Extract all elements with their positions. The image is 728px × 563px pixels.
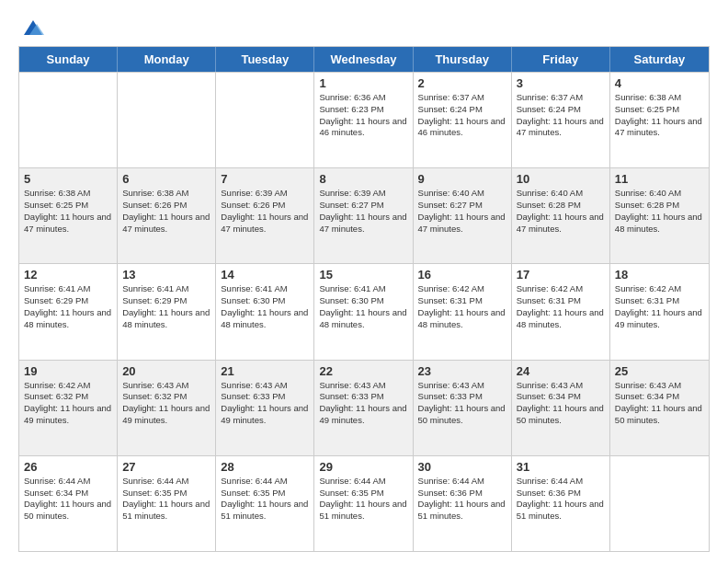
day-info: Sunrise: 6:41 AM Sunset: 6:30 PM Dayligh… bbox=[221, 283, 309, 330]
weekday-header: Saturday bbox=[610, 47, 709, 72]
calendar-cell: 9Sunrise: 6:40 AM Sunset: 6:27 PM Daylig… bbox=[414, 168, 512, 263]
day-number: 11 bbox=[615, 172, 704, 186]
calendar-cell bbox=[19, 73, 118, 167]
weekday-header: Friday bbox=[512, 47, 610, 72]
day-number: 23 bbox=[418, 364, 506, 378]
calendar-cell: 16Sunrise: 6:42 AM Sunset: 6:31 PM Dayli… bbox=[414, 264, 512, 359]
calendar-body: 1Sunrise: 6:36 AM Sunset: 6:23 PM Daylig… bbox=[19, 72, 709, 551]
calendar-cell: 23Sunrise: 6:43 AM Sunset: 6:33 PM Dayli… bbox=[414, 361, 512, 455]
day-number: 19 bbox=[24, 364, 112, 378]
calendar-cell: 7Sunrise: 6:39 AM Sunset: 6:26 PM Daylig… bbox=[216, 168, 314, 263]
calendar-cell bbox=[118, 73, 216, 167]
day-number: 8 bbox=[319, 172, 407, 186]
calendar-cell: 6Sunrise: 6:38 AM Sunset: 6:26 PM Daylig… bbox=[118, 168, 216, 263]
day-info: Sunrise: 6:42 AM Sunset: 6:31 PM Dayligh… bbox=[517, 283, 605, 330]
day-info: Sunrise: 6:43 AM Sunset: 6:33 PM Dayligh… bbox=[221, 380, 309, 427]
day-info: Sunrise: 6:42 AM Sunset: 6:31 PM Dayligh… bbox=[418, 283, 506, 330]
day-number: 5 bbox=[24, 172, 112, 186]
page: SundayMondayTuesdayWednesdayThursdayFrid… bbox=[0, 0, 728, 563]
calendar-cell: 31Sunrise: 6:44 AM Sunset: 6:36 PM Dayli… bbox=[512, 456, 610, 551]
calendar-cell: 21Sunrise: 6:43 AM Sunset: 6:33 PM Dayli… bbox=[216, 361, 314, 455]
day-info: Sunrise: 6:41 AM Sunset: 6:29 PM Dayligh… bbox=[24, 283, 112, 330]
day-info: Sunrise: 6:43 AM Sunset: 6:33 PM Dayligh… bbox=[418, 380, 506, 427]
calendar-cell: 15Sunrise: 6:41 AM Sunset: 6:30 PM Dayli… bbox=[314, 264, 413, 359]
calendar-cell: 8Sunrise: 6:39 AM Sunset: 6:27 PM Daylig… bbox=[314, 168, 413, 263]
calendar-cell: 4Sunrise: 6:38 AM Sunset: 6:25 PM Daylig… bbox=[610, 73, 709, 167]
header bbox=[18, 15, 710, 37]
day-info: Sunrise: 6:40 AM Sunset: 6:27 PM Dayligh… bbox=[418, 188, 506, 235]
day-info: Sunrise: 6:38 AM Sunset: 6:25 PM Dayligh… bbox=[615, 92, 704, 139]
day-number: 25 bbox=[615, 364, 704, 378]
calendar-row: 1Sunrise: 6:36 AM Sunset: 6:23 PM Daylig… bbox=[19, 72, 709, 167]
calendar-row: 26Sunrise: 6:44 AM Sunset: 6:34 PM Dayli… bbox=[19, 455, 709, 551]
logo-icon bbox=[20, 15, 46, 40]
day-info: Sunrise: 6:44 AM Sunset: 6:35 PM Dayligh… bbox=[122, 476, 210, 523]
calendar-cell: 17Sunrise: 6:42 AM Sunset: 6:31 PM Dayli… bbox=[512, 264, 610, 359]
day-number: 29 bbox=[319, 460, 407, 474]
day-number: 24 bbox=[517, 364, 605, 378]
day-number: 2 bbox=[418, 76, 506, 90]
day-number: 15 bbox=[319, 268, 407, 282]
day-info: Sunrise: 6:41 AM Sunset: 6:29 PM Dayligh… bbox=[122, 283, 210, 330]
weekday-header: Wednesday bbox=[314, 47, 413, 72]
day-info: Sunrise: 6:43 AM Sunset: 6:33 PM Dayligh… bbox=[319, 380, 407, 427]
calendar: SundayMondayTuesdayWednesdayThursdayFrid… bbox=[18, 46, 710, 552]
calendar-cell: 2Sunrise: 6:37 AM Sunset: 6:24 PM Daylig… bbox=[414, 73, 512, 167]
day-info: Sunrise: 6:40 AM Sunset: 6:28 PM Dayligh… bbox=[517, 188, 605, 235]
day-number: 14 bbox=[221, 268, 309, 282]
calendar-cell bbox=[610, 456, 709, 551]
day-number: 6 bbox=[122, 172, 210, 186]
calendar-cell bbox=[216, 73, 314, 167]
day-number: 31 bbox=[517, 460, 605, 474]
calendar-cell: 28Sunrise: 6:44 AM Sunset: 6:35 PM Dayli… bbox=[216, 456, 314, 551]
day-number: 13 bbox=[122, 268, 210, 282]
calendar-cell: 22Sunrise: 6:43 AM Sunset: 6:33 PM Dayli… bbox=[314, 361, 413, 455]
calendar-cell: 26Sunrise: 6:44 AM Sunset: 6:34 PM Dayli… bbox=[19, 456, 118, 551]
day-number: 3 bbox=[517, 76, 605, 90]
calendar-row: 19Sunrise: 6:42 AM Sunset: 6:32 PM Dayli… bbox=[19, 360, 709, 455]
calendar-cell: 27Sunrise: 6:44 AM Sunset: 6:35 PM Dayli… bbox=[118, 456, 216, 551]
day-info: Sunrise: 6:41 AM Sunset: 6:30 PM Dayligh… bbox=[319, 283, 407, 330]
day-number: 4 bbox=[615, 76, 704, 90]
calendar-cell: 24Sunrise: 6:43 AM Sunset: 6:34 PM Dayli… bbox=[512, 361, 610, 455]
day-info: Sunrise: 6:42 AM Sunset: 6:31 PM Dayligh… bbox=[615, 283, 704, 330]
day-info: Sunrise: 6:38 AM Sunset: 6:25 PM Dayligh… bbox=[24, 188, 112, 235]
calendar-cell: 13Sunrise: 6:41 AM Sunset: 6:29 PM Dayli… bbox=[118, 264, 216, 359]
day-info: Sunrise: 6:37 AM Sunset: 6:24 PM Dayligh… bbox=[418, 92, 506, 139]
day-info: Sunrise: 6:36 AM Sunset: 6:23 PM Dayligh… bbox=[319, 92, 407, 139]
day-number: 30 bbox=[418, 460, 506, 474]
calendar-header: SundayMondayTuesdayWednesdayThursdayFrid… bbox=[19, 47, 709, 72]
day-number: 18 bbox=[615, 268, 704, 282]
day-number: 27 bbox=[122, 460, 210, 474]
logo bbox=[18, 15, 46, 37]
calendar-cell: 18Sunrise: 6:42 AM Sunset: 6:31 PM Dayli… bbox=[610, 264, 709, 359]
calendar-cell: 10Sunrise: 6:40 AM Sunset: 6:28 PM Dayli… bbox=[512, 168, 610, 263]
calendar-cell: 11Sunrise: 6:40 AM Sunset: 6:28 PM Dayli… bbox=[610, 168, 709, 263]
weekday-header: Sunday bbox=[19, 47, 118, 72]
day-number: 28 bbox=[221, 460, 309, 474]
day-number: 21 bbox=[221, 364, 309, 378]
day-info: Sunrise: 6:40 AM Sunset: 6:28 PM Dayligh… bbox=[615, 188, 704, 235]
day-number: 9 bbox=[418, 172, 506, 186]
day-info: Sunrise: 6:44 AM Sunset: 6:36 PM Dayligh… bbox=[517, 476, 605, 523]
day-info: Sunrise: 6:44 AM Sunset: 6:35 PM Dayligh… bbox=[319, 476, 407, 523]
calendar-cell: 14Sunrise: 6:41 AM Sunset: 6:30 PM Dayli… bbox=[216, 264, 314, 359]
day-info: Sunrise: 6:43 AM Sunset: 6:34 PM Dayligh… bbox=[615, 380, 704, 427]
weekday-header: Thursday bbox=[414, 47, 512, 72]
day-number: 20 bbox=[122, 364, 210, 378]
calendar-row: 5Sunrise: 6:38 AM Sunset: 6:25 PM Daylig… bbox=[19, 167, 709, 263]
day-info: Sunrise: 6:42 AM Sunset: 6:32 PM Dayligh… bbox=[24, 380, 112, 427]
day-info: Sunrise: 6:39 AM Sunset: 6:27 PM Dayligh… bbox=[319, 188, 407, 235]
day-info: Sunrise: 6:37 AM Sunset: 6:24 PM Dayligh… bbox=[517, 92, 605, 139]
day-info: Sunrise: 6:44 AM Sunset: 6:36 PM Dayligh… bbox=[418, 476, 506, 523]
day-number: 17 bbox=[517, 268, 605, 282]
calendar-cell: 25Sunrise: 6:43 AM Sunset: 6:34 PM Dayli… bbox=[610, 361, 709, 455]
calendar-cell: 12Sunrise: 6:41 AM Sunset: 6:29 PM Dayli… bbox=[19, 264, 118, 359]
day-number: 10 bbox=[517, 172, 605, 186]
weekday-header: Monday bbox=[118, 47, 216, 72]
calendar-cell: 30Sunrise: 6:44 AM Sunset: 6:36 PM Dayli… bbox=[414, 456, 512, 551]
day-info: Sunrise: 6:39 AM Sunset: 6:26 PM Dayligh… bbox=[221, 188, 309, 235]
calendar-cell: 3Sunrise: 6:37 AM Sunset: 6:24 PM Daylig… bbox=[512, 73, 610, 167]
calendar-cell: 29Sunrise: 6:44 AM Sunset: 6:35 PM Dayli… bbox=[314, 456, 413, 551]
calendar-cell: 19Sunrise: 6:42 AM Sunset: 6:32 PM Dayli… bbox=[19, 361, 118, 455]
